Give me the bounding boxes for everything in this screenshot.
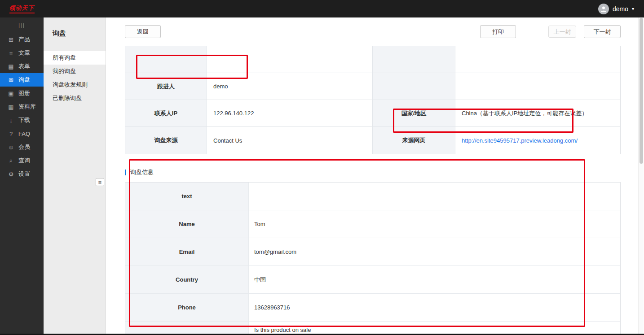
forms-icon: ▤ bbox=[8, 63, 14, 70]
sidebar-item-settings[interactable]: ⚙ 设置 bbox=[0, 167, 44, 181]
table-row-inquiry-source: 询盘来源 Contact Us 来源网页 http://en.site94595… bbox=[125, 127, 620, 154]
app-logo-text: 领动天下 bbox=[9, 4, 35, 13]
search-icon: ⌕ bbox=[8, 157, 14, 164]
sidebar-item-label: 询盘 bbox=[18, 76, 30, 84]
country-value: 中国 bbox=[249, 266, 620, 293]
sidebar-item-query[interactable]: ⌕ 查询 bbox=[0, 154, 44, 167]
sidebar-item-label: 下载 bbox=[18, 116, 30, 124]
sidebar-item-downloads[interactable]: ↓ 下载 bbox=[0, 113, 44, 127]
inquiry-detail-scroll-area: 跟进人 demo 联系人IP 122.96.140.122 国家/地区 Chin… bbox=[106, 46, 644, 335]
print-button[interactable]: 打印 bbox=[480, 25, 516, 38]
inquiry-detail-table: 跟进人 demo 联系人IP 122.96.140.122 国家/地区 Chin… bbox=[125, 46, 621, 154]
sidebar-item-label: 资料库 bbox=[18, 103, 36, 111]
members-icon: ☺ bbox=[8, 144, 14, 151]
table-row-message: Message Is this product on sale 翻成中文 翻成英… bbox=[125, 322, 620, 335]
text-label: text bbox=[125, 183, 249, 210]
submenu-item-deleted-inquiries[interactable]: 已删除询盘 bbox=[44, 91, 106, 105]
follower-value: demo bbox=[207, 73, 373, 100]
sidebar-item-albums[interactable]: ▣ 图册 bbox=[0, 87, 44, 100]
main-content: 返回 打印 上一封 下一封 跟进人 demo bbox=[106, 17, 644, 335]
app-window: 领动天下 demo ▾ ||| ⊞ 产品 ≡ 文章 ▤ 表单 bbox=[0, 0, 644, 335]
articles-icon: ≡ bbox=[8, 50, 14, 57]
message-label: Message bbox=[125, 322, 249, 335]
phone-value: 13628963716 bbox=[249, 294, 620, 321]
section-title: 询盘信息 bbox=[130, 168, 154, 176]
submenu-title: 询盘 bbox=[44, 17, 106, 38]
user-icon bbox=[600, 5, 607, 13]
submenu-item-my-inquiries[interactable]: 我的询盘 bbox=[44, 65, 106, 78]
submenu-item-inquiry-rules[interactable]: 询盘收发规则 bbox=[44, 78, 106, 91]
country-region-value: China（基于联系人IP地址定位，可能存在误差） bbox=[455, 100, 620, 127]
table-row-phone: Phone 13628963716 bbox=[125, 294, 620, 322]
top-bar: 领动天下 demo ▾ bbox=[0, 0, 644, 17]
sidebar-item-label: 图册 bbox=[18, 89, 30, 97]
table-row-name: Name Tom bbox=[125, 210, 620, 238]
sidebar-item-faq[interactable]: ? FAQ bbox=[0, 127, 44, 140]
inquiries-icon: ✉ bbox=[8, 77, 14, 83]
sidebar-item-label: 产品 bbox=[18, 35, 30, 44]
vertical-scrollbar[interactable] bbox=[638, 17, 644, 334]
follower-label: 跟进人 bbox=[125, 73, 207, 100]
table-row-follower: 跟进人 demo bbox=[125, 73, 620, 100]
products-icon: ⊞ bbox=[8, 36, 14, 43]
inquiry-source-value: Contact Us bbox=[207, 127, 373, 154]
sidebar-item-members[interactable]: ☺ 会员 bbox=[0, 140, 44, 154]
country-label: Country bbox=[125, 266, 249, 293]
chevron-down-icon: ▾ bbox=[632, 6, 634, 11]
user-menu[interactable]: demo ▾ bbox=[598, 4, 644, 14]
contact-ip-value: 122.96.140.122 bbox=[207, 100, 373, 127]
sidebar-item-articles[interactable]: ≡ 文章 bbox=[0, 46, 44, 60]
sidebar-item-products[interactable]: ⊞ 产品 bbox=[0, 33, 44, 46]
inquiry-submenu: 询盘 所有询盘 我的询盘 询盘收发规则 已删除询盘 ≣ bbox=[44, 17, 106, 335]
library-icon: ▦ bbox=[8, 104, 14, 110]
sidebar-item-label: FAQ bbox=[18, 131, 30, 137]
table-row-email: Email tom@gmail.com bbox=[125, 238, 620, 266]
source-page-link[interactable]: http://en.site94595717.preview.leadong.c… bbox=[455, 127, 620, 154]
section-header: 询盘信息 bbox=[125, 168, 644, 176]
sidebar-item-library[interactable]: ▦ 资料库 bbox=[0, 100, 44, 113]
inquiry-info-table: text Name Tom Email tom@gmail.com Countr… bbox=[125, 182, 621, 335]
name-label: Name bbox=[125, 210, 249, 238]
sidebar-item-label: 设置 bbox=[18, 170, 30, 178]
email-link[interactable]: tom@gmail.com bbox=[249, 238, 620, 265]
sidebar-collapse-icon[interactable]: ||| bbox=[0, 17, 44, 33]
email-label: Email bbox=[125, 238, 249, 265]
avatar bbox=[598, 4, 609, 14]
gear-icon: ⚙ bbox=[8, 171, 14, 178]
previous-inquiry-button[interactable]: 上一封 bbox=[548, 26, 576, 38]
faq-icon: ? bbox=[8, 131, 14, 137]
name-value: Tom bbox=[249, 210, 620, 238]
table-row-contact-ip: 联系人IP 122.96.140.122 国家/地区 China（基于联系人IP… bbox=[125, 100, 620, 127]
table-row-country: Country 中国 bbox=[125, 266, 620, 294]
scrollbar-thumb[interactable] bbox=[640, 18, 643, 164]
sidebar-item-label: 查询 bbox=[18, 157, 30, 165]
user-name: demo bbox=[613, 5, 628, 13]
albums-icon: ▣ bbox=[8, 90, 14, 97]
inquiry-source-label: 询盘来源 bbox=[125, 127, 207, 154]
source-page-label: 来源网页 bbox=[373, 127, 455, 154]
submenu-toggle-button[interactable]: ≣ bbox=[96, 178, 104, 186]
app-logo[interactable]: 领动天下 bbox=[0, 0, 44, 17]
sidebar-item-label: 表单 bbox=[18, 62, 30, 70]
sidebar-item-forms[interactable]: ▤ 表单 bbox=[0, 60, 44, 73]
contact-ip-label: 联系人IP bbox=[125, 100, 207, 127]
back-button[interactable]: 返回 bbox=[125, 25, 161, 38]
downloads-icon: ↓ bbox=[8, 117, 14, 124]
detail-toolbar: 返回 打印 上一封 下一封 bbox=[106, 17, 644, 46]
section-accent-bar bbox=[125, 170, 126, 175]
phone-label: Phone bbox=[125, 294, 249, 321]
sidebar-item-label: 会员 bbox=[18, 143, 30, 151]
country-region-label: 国家/地区 bbox=[373, 100, 455, 127]
main-sidebar: ||| ⊞ 产品 ≡ 文章 ▤ 表单 ✉ 询盘 ▣ 图册 ▦ 资料库 ↓ 下载 bbox=[0, 17, 44, 335]
message-value: Is this product on sale bbox=[254, 326, 311, 333]
table-row-text: text bbox=[125, 183, 620, 210]
text-value bbox=[249, 183, 620, 210]
table-row-clipped bbox=[125, 46, 620, 73]
submenu-item-all-inquiries[interactable]: 所有询盘 bbox=[44, 51, 106, 65]
sidebar-item-label: 文章 bbox=[18, 49, 30, 57]
submenu-list: 所有询盘 我的询盘 询盘收发规则 已删除询盘 bbox=[44, 51, 106, 105]
sidebar-item-inquiries[interactable]: ✉ 询盘 bbox=[0, 73, 44, 87]
next-inquiry-button[interactable]: 下一封 bbox=[584, 25, 621, 38]
